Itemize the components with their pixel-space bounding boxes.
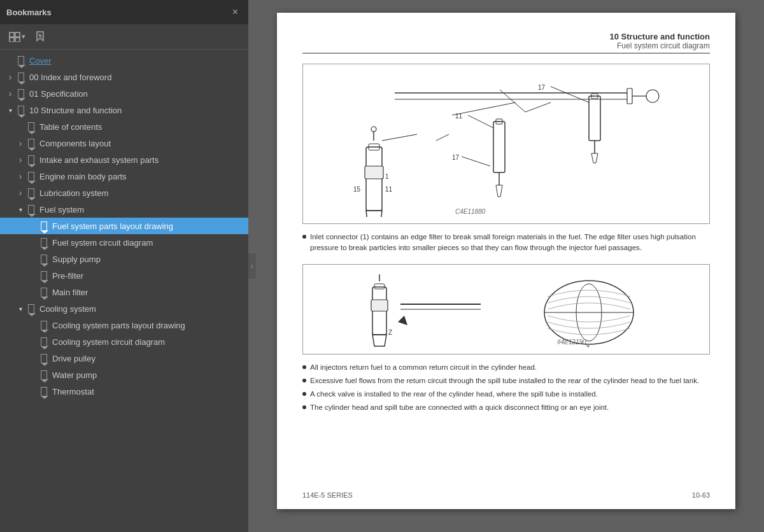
bookmark-icon	[36, 31, 45, 43]
sidebar-item-drive-pulley[interactable]: ›Drive pulley	[0, 350, 248, 367]
bookmark-icon-fuel-parts	[39, 221, 48, 231]
sidebar-label-pre-filter: Pre-filter	[52, 271, 246, 281]
sidebar-toolbar: ▾	[0, 24, 248, 50]
bookmark-nav-button[interactable]	[32, 29, 48, 45]
diagram-2-svg: Z Z #4E12190	[353, 271, 659, 347]
bookmark-icon-cooling	[27, 304, 36, 314]
sidebar-label-fuel-circuit: Fuel system circuit diagram	[52, 238, 246, 248]
expand-arrow-cooling[interactable]: ▾	[15, 304, 25, 314]
sidebar-item-cooling[interactable]: ▾Cooling system	[0, 300, 248, 317]
expand-arrow-spec[interactable]: ›	[5, 88, 15, 99]
svg-text:11: 11	[385, 186, 393, 193]
bullet-dot	[302, 365, 306, 369]
sidebar-item-fuel-circuit[interactable]: ›Fuel system circuit diagram	[0, 234, 248, 251]
sidebar-label-thermostat: Thermostat	[52, 387, 246, 396]
bookmark-icon-supply-pump	[39, 254, 48, 264]
svg-rect-23	[365, 166, 383, 179]
sidebar-label-water-pump: Water pump	[52, 370, 246, 380]
bullet-dot	[302, 379, 306, 382]
sidebar-item-fuel[interactable]: ▾Fuel system	[0, 201, 248, 218]
sidebar-title: Bookmarks	[6, 8, 52, 17]
sidebar-item-cooling-parts[interactable]: ›Cooling system parts layout drawing	[0, 317, 248, 333]
sidebar-label-index: 00 Index and foreword	[29, 73, 246, 82]
sidebar-item-toc[interactable]: ›Table of contents	[0, 118, 248, 135]
svg-marker-22	[366, 211, 382, 217]
sidebar-label-fuel: Fuel system	[39, 205, 246, 214]
sidebar-content[interactable]: ›Cover›00 Index and foreword›01 Specific…	[0, 50, 248, 532]
sidebar-item-index[interactable]: ›00 Index and foreword	[0, 69, 248, 85]
svg-line-40	[525, 102, 551, 112]
expand-icon	[9, 32, 20, 42]
expand-arrow-index[interactable]: ›	[5, 72, 15, 82]
bullet-item: Inlet connector (1) contains an edge fil…	[302, 232, 710, 254]
svg-text:17: 17	[538, 84, 546, 91]
svg-text:Z: Z	[388, 329, 392, 336]
svg-rect-36	[627, 88, 632, 104]
page-container: 10 Structure and function Fuel system ci…	[277, 13, 735, 509]
sidebar-collapse-handle[interactable]: ‹	[248, 253, 256, 279]
sidebar-item-thermostat[interactable]: ›Thermostat	[0, 383, 248, 400]
svg-rect-43	[374, 284, 385, 289]
sidebar-label-cover: Cover	[29, 56, 246, 66]
svg-line-7	[551, 87, 589, 102]
sidebar-item-fuel-parts[interactable]: ›Fuel system parts layout drawing	[0, 218, 248, 234]
sidebar-label-supply-pump: Supply pump	[52, 255, 246, 264]
close-button[interactable]: ×	[229, 6, 242, 18]
svg-rect-44	[371, 300, 388, 311]
bullet-text: The cylinder head and spill tube are con…	[310, 402, 609, 413]
sidebar-item-engine[interactable]: ›Engine main body parts	[0, 168, 248, 185]
page-header-subtitle: Fuel system circuit diagram	[302, 41, 710, 50]
page-divider	[302, 53, 710, 53]
bullet-dot	[302, 392, 306, 396]
bookmark-icon-intake	[27, 155, 36, 165]
bullet-text: Excessive fuel flows from the return cir…	[310, 375, 699, 386]
diagram-1-svg: 17 11 17	[328, 71, 684, 217]
main-content: 10 Structure and function Fuel system ci…	[248, 0, 764, 532]
svg-line-31	[382, 134, 417, 141]
bullet-dot	[302, 405, 306, 409]
sidebar-label-engine: Engine main body parts	[39, 172, 246, 181]
expand-arrow-components[interactable]: ›	[15, 138, 25, 148]
sidebar-item-lubrication[interactable]: ›Lubrication system	[0, 185, 248, 201]
bookmark-icon-cooling-circuit	[39, 337, 48, 347]
sidebar-label-cooling-circuit: Cooling system circuit diagram	[52, 337, 246, 347]
sidebar-item-main-filter[interactable]: ›Main filter	[0, 284, 248, 300]
sidebar-item-structure[interactable]: ▾10 Structure and function	[0, 102, 248, 118]
bookmark-icon-cover	[17, 55, 25, 66]
expand-arrow-structure[interactable]: ▾	[5, 105, 15, 115]
sidebar-item-pre-filter[interactable]: ›Pre-filter	[0, 267, 248, 284]
bullet-dot	[302, 235, 306, 239]
page-header: 10 Structure and function Fuel system ci…	[302, 32, 710, 50]
expand-arrow-fuel[interactable]: ▾	[15, 204, 25, 214]
sidebar-item-supply-pump[interactable]: ›Supply pump	[0, 251, 248, 267]
expand-arrow-engine[interactable]: ›	[15, 171, 25, 181]
svg-line-29	[452, 102, 516, 115]
expand-all-button[interactable]: ▾	[5, 29, 29, 45]
svg-text:15: 15	[353, 186, 361, 193]
bullet-list-1: Inlet connector (1) contains an edge fil…	[302, 232, 710, 254]
expand-arrow-intake[interactable]: ›	[15, 155, 25, 165]
svg-point-38	[646, 90, 659, 102]
page-footer: 114E-5 SERIES 10-63	[302, 491, 710, 499]
svg-text:Z: Z	[586, 345, 590, 347]
svg-marker-49	[398, 316, 407, 325]
bullet-item: Excessive fuel flows from the return cir…	[302, 375, 710, 386]
bookmark-icon-index	[17, 72, 25, 82]
sidebar-item-water-pump[interactable]: ›Water pump	[0, 367, 248, 383]
sidebar-item-components[interactable]: ›Components layout	[0, 135, 248, 151]
sidebar-item-cover[interactable]: ›Cover	[0, 52, 248, 69]
bullet-item: A check valve is installed to the rear o…	[302, 389, 710, 400]
svg-text:C4E11880: C4E11880	[455, 208, 486, 215]
sidebar-item-cooling-circuit[interactable]: ›Cooling system circuit diagram	[0, 333, 248, 350]
sidebar-label-main-filter: Main filter	[52, 288, 246, 297]
bookmark-icon-pre-filter	[39, 270, 48, 281]
bookmark-icon-engine	[27, 171, 36, 181]
expand-arrow-lubrication[interactable]: ›	[15, 188, 25, 198]
sidebar-label-intake: Intake and exhaust system parts	[39, 155, 246, 165]
sidebar-item-intake[interactable]: ›Intake and exhaust system parts	[0, 151, 248, 168]
sidebar-label-lubrication: Lubrication system	[39, 188, 246, 198]
bookmark-icon-water-pump	[39, 370, 48, 380]
sidebar-item-spec[interactable]: ›01 Specification	[0, 85, 248, 102]
svg-text:#4E12190: #4E12190	[557, 339, 586, 346]
bookmark-icon-components	[27, 138, 36, 148]
